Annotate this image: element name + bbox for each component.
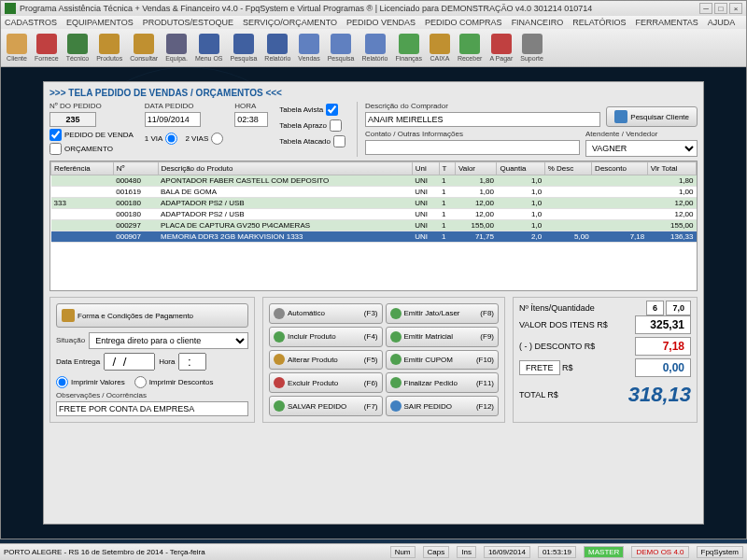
action-button[interactable]: SAIR PEDIDO(F12) xyxy=(386,396,500,416)
maximize-button[interactable]: □ xyxy=(714,3,727,14)
toolbar-button[interactable]: Equipa. xyxy=(162,32,190,63)
action-button[interactable]: Emitir Jato/Laser(F8) xyxy=(386,303,500,324)
receber-icon xyxy=(459,34,480,54)
action-icon xyxy=(274,377,285,388)
tabela-atacado-checkbox[interactable] xyxy=(333,135,345,147)
date-label: DATA PEDIDO xyxy=(145,102,223,110)
via1-radio[interactable] xyxy=(165,133,177,145)
table-row[interactable]: 000180ADAPTADOR PS2 / USBUNI112,001,012,… xyxy=(51,209,697,220)
column-header[interactable]: Quantia xyxy=(497,162,544,175)
menu-item[interactable]: CADASTROS xyxy=(5,18,57,27)
venda-checkbox[interactable] xyxy=(49,129,62,141)
menu-item[interactable]: PRODUTOS/ESTOQUE xyxy=(143,18,233,27)
date-field[interactable] xyxy=(145,112,201,127)
suporte-icon xyxy=(522,34,543,54)
toolbar-button[interactable]: Relatório xyxy=(359,32,391,63)
a pagar-icon xyxy=(491,34,512,54)
toolbar-button[interactable]: Vendas xyxy=(295,32,322,63)
column-header[interactable]: Referência xyxy=(51,162,114,175)
delivery-hour-field[interactable] xyxy=(178,353,206,371)
toolbar-button[interactable]: Pesquisa xyxy=(325,32,358,63)
action-icon xyxy=(274,331,285,343)
delivery-date-field[interactable] xyxy=(104,353,155,371)
toolbar-button[interactable]: Relatório xyxy=(261,32,293,63)
action-button[interactable]: Incluir Produto(F4) xyxy=(269,327,383,347)
menu-item[interactable]: PEDIDO VENDAS xyxy=(346,18,416,27)
action-icon xyxy=(274,354,285,365)
column-header[interactable]: Nº xyxy=(113,162,158,175)
situacao-select[interactable]: Entrega direto para o cliente xyxy=(89,332,248,349)
table-row[interactable]: 000907MEMORIA DDR3 2GB MARKVISION 1333UN… xyxy=(51,231,697,243)
column-header[interactable]: Valor xyxy=(455,162,497,175)
toolbar-button[interactable]: Menu OS xyxy=(192,32,226,63)
observations-field[interactable] xyxy=(56,401,248,416)
menu-item[interactable]: RELATÓRIOS xyxy=(572,18,626,27)
action-button[interactable]: Finalizar Pedido(F11) xyxy=(386,372,500,393)
column-header[interactable]: Descrição do Produto xyxy=(158,162,412,175)
menu-item[interactable]: PEDIDO COMPRAS xyxy=(425,18,502,27)
menu-item[interactable]: FERRAMENTAS xyxy=(636,18,698,27)
print-discounts-radio[interactable] xyxy=(134,376,147,388)
toolbar-button[interactable]: Fornece xyxy=(32,32,62,63)
menu-item[interactable]: SERVIÇO/ORÇAMENTO xyxy=(243,18,337,27)
minimize-button[interactable]: ─ xyxy=(699,3,712,14)
action-icon xyxy=(274,308,285,319)
buyer-field[interactable] xyxy=(365,112,600,127)
action-button[interactable]: Alterar Produto(F5) xyxy=(269,350,383,371)
fornece-icon xyxy=(36,34,57,54)
toolbar-button[interactable]: Receber xyxy=(455,32,485,63)
toolbar-button[interactable]: Produtos xyxy=(93,32,125,63)
column-header[interactable]: % Desc xyxy=(544,162,591,175)
action-button[interactable]: Excluir Produto(F6) xyxy=(269,372,383,393)
tabela-avista-checkbox[interactable] xyxy=(326,104,338,116)
relatório-icon xyxy=(365,34,386,54)
menu-item[interactable]: AJUDA xyxy=(708,18,736,27)
toolbar-button[interactable]: Cliente xyxy=(4,32,30,63)
freight-value: 0,00 xyxy=(635,358,691,377)
action-button[interactable]: Emitir Matricial(F9) xyxy=(386,327,500,347)
toolbar-button[interactable]: CAIXA xyxy=(427,32,453,63)
menubar: CADASTROSEQUIPAMENTOSPRODUTOS/ESTOQUESER… xyxy=(1,16,746,29)
action-icon xyxy=(274,400,285,412)
tabela-aprazo-checkbox[interactable] xyxy=(330,119,342,132)
panel-header: >>> TELA PEDIDO DE VENDAS / ORÇAMENTOS <… xyxy=(49,88,698,98)
contact-field[interactable] xyxy=(365,140,580,155)
action-button[interactable]: Automático(F3) xyxy=(269,303,383,324)
column-header[interactable]: Vlr Total xyxy=(647,162,696,175)
action-icon xyxy=(390,308,402,319)
column-header[interactable]: Desconto xyxy=(592,162,648,175)
column-header[interactable]: Uni xyxy=(412,162,439,175)
seller-select[interactable]: VAGNER xyxy=(585,140,698,157)
payment-terms-button[interactable]: Forma e Condições de Pagamento xyxy=(56,303,248,328)
caixa-icon xyxy=(430,34,450,54)
via2-radio[interactable] xyxy=(211,133,223,145)
coin-icon xyxy=(62,309,75,322)
hour-field[interactable] xyxy=(234,112,268,127)
cliente-icon xyxy=(7,34,27,54)
order-num-label: Nº DO PEDIDO xyxy=(49,102,134,110)
order-panel: >>> TELA PEDIDO DE VENDAS / ORÇAMENTOS <… xyxy=(43,81,704,525)
orcamento-checkbox[interactable] xyxy=(49,143,62,155)
print-values-radio[interactable] xyxy=(56,376,68,388)
toolbar-button[interactable]: Finanças xyxy=(393,32,425,63)
toolbar-button[interactable]: Consultar xyxy=(127,32,161,63)
search-client-button[interactable]: Pesquisar Cliente xyxy=(606,106,698,127)
column-header[interactable]: T xyxy=(439,162,455,175)
toolbar-button[interactable]: Pesquisa xyxy=(228,32,261,63)
table-row[interactable]: 000297PLACA DE CAPTURA GV250 P\4CAMERASU… xyxy=(51,220,697,231)
table-row[interactable]: 000480APONTADOR FABER CASTELL COM DEPOSI… xyxy=(51,175,697,187)
close-button[interactable]: × xyxy=(729,3,742,14)
statusbar: PORTO ALEGRE - RS 16 de Setembro de 2014… xyxy=(0,543,747,560)
toolbar-button[interactable]: A Pagar xyxy=(486,32,515,63)
menu-item[interactable]: FINANCEIRO xyxy=(512,18,564,27)
toolbar-button[interactable]: Técnico xyxy=(63,32,92,63)
products-grid[interactable]: ReferênciaNºDescrição do ProdutoUniTValo… xyxy=(49,161,698,291)
table-row[interactable]: 001619BALA DE GOMAUNI11,001,01,00 xyxy=(51,187,697,198)
action-button[interactable]: Emitir CUPOM(F10) xyxy=(386,350,500,371)
finanças-icon xyxy=(399,34,419,54)
order-num-field[interactable] xyxy=(49,112,96,127)
toolbar-button[interactable]: Suporte xyxy=(517,32,546,63)
menu-item[interactable]: EQUIPAMENTOS xyxy=(66,18,134,27)
action-button[interactable]: SALVAR PEDIDO(F7) xyxy=(269,396,383,416)
table-row[interactable]: 333000180ADAPTADOR PS2 / USBUNI112,001,0… xyxy=(51,198,697,209)
